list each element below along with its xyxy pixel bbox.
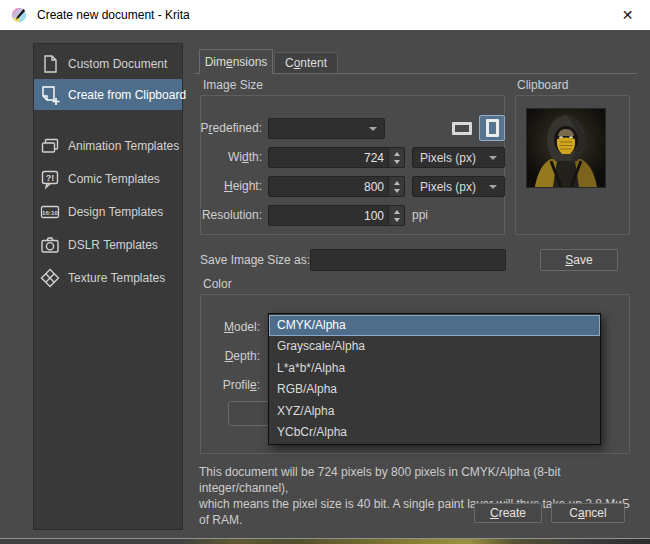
sidebar-item-comic-templates[interactable]: ?! Comic Templates (34, 163, 182, 194)
depth-label: Depth: (200, 346, 263, 367)
spin-up-icon[interactable] (394, 152, 400, 156)
spin-up-icon[interactable] (394, 181, 400, 185)
label-part: P (201, 121, 209, 135)
sidebar-item-texture-templates[interactable]: Texture Templates (34, 262, 182, 293)
svg-text:16:10: 16:10 (42, 208, 58, 215)
clipboard-group-label: Clipboard (517, 78, 568, 92)
label-part: epth: (233, 349, 260, 363)
sidebar-item-label: Animation Templates (68, 139, 179, 153)
sidebar-item-design-templates[interactable]: 16:10 Design Templates (34, 196, 182, 227)
sidebar-item-label: Design Templates (68, 205, 163, 219)
spin-up-icon[interactable] (394, 210, 400, 214)
label-part: e (250, 378, 257, 392)
tab-dimensions[interactable]: Dimensions (199, 49, 273, 74)
predefined-select[interactable] (268, 118, 385, 139)
save-image-size-input[interactable] (310, 249, 506, 271)
label-part: D (225, 349, 234, 363)
label-part: th: (249, 150, 262, 164)
texture-diamond-icon (39, 267, 61, 289)
portrait-orientation-button[interactable] (479, 115, 505, 141)
label-part: odel: (234, 320, 260, 334)
resolution-label: Resolution: (200, 205, 265, 226)
label-part: o (294, 56, 301, 70)
width-input[interactable] (269, 148, 388, 167)
label-part: eight: (233, 179, 262, 193)
cancel-button[interactable]: Cancel (551, 503, 625, 523)
tab-content[interactable]: Content (274, 52, 338, 73)
height-input[interactable] (269, 177, 388, 196)
sidebar-item-label: Custom Document (68, 57, 167, 71)
color-model-dropdown: CMYK/Alpha Grayscale/Alpha L*a*b*/Alpha … (268, 313, 601, 445)
sidebar-item-label: Texture Templates (68, 271, 165, 285)
label-part: : (257, 378, 260, 392)
label-part: ncel (585, 506, 607, 520)
label-part: ave (573, 253, 592, 267)
label-part: C (569, 506, 578, 520)
dropdown-option-grayscale[interactable]: Grayscale/Alpha (269, 336, 600, 357)
krita-logo-icon (11, 7, 27, 23)
width-spin-buttons[interactable] (388, 148, 404, 167)
aspect-ratio-icon: 16:10 (39, 201, 61, 223)
label-part: reate (499, 506, 526, 520)
label-part: e (226, 55, 233, 69)
save-image-size-label: Save Image Size as: (200, 249, 310, 271)
label-part: edefined: (213, 121, 262, 135)
color-group-label: Color (203, 277, 232, 291)
close-button[interactable]: ✕ (605, 0, 650, 30)
resolution-spinbox (268, 205, 405, 226)
dropdown-option-rgb[interactable]: RGB/Alpha (269, 379, 600, 400)
sidebar-item-label: DSLR Templates (68, 238, 158, 252)
spin-down-icon[interactable] (394, 160, 400, 164)
label-part: C (285, 56, 294, 70)
portrait-icon (486, 119, 499, 137)
krita-new-document-window: Create new document - Krita ✕ Custom Doc… (0, 0, 650, 544)
svg-text:?!: ?! (46, 172, 55, 182)
label-part: S (565, 253, 573, 267)
sidebar-item-create-from-clipboard[interactable]: Create from Clipboard (34, 79, 182, 110)
label-part: C (490, 506, 499, 520)
spin-down-icon[interactable] (394, 189, 400, 193)
save-button[interactable]: Save (540, 249, 618, 271)
label-part: H (224, 179, 233, 193)
label-part: a (578, 506, 585, 520)
landscape-icon (452, 122, 472, 135)
resolution-input[interactable] (269, 206, 388, 225)
animation-frames-icon (39, 135, 61, 157)
sidebar-item-label: Comic Templates (68, 172, 160, 186)
sidebar-item-animation-templates[interactable]: Animation Templates (34, 130, 182, 161)
background-app-strip (0, 538, 650, 544)
width-spinbox (268, 147, 405, 168)
dropdown-option-cmyk[interactable]: CMYK/Alpha (269, 315, 600, 336)
resolution-spin-buttons[interactable] (388, 206, 404, 225)
chevron-down-icon (369, 127, 377, 131)
clipboard-preview-image (526, 108, 606, 188)
width-unit-select[interactable]: Pixels (px) (412, 147, 505, 168)
width-label: Width: (200, 147, 265, 168)
dropdown-option-lab[interactable]: L*a*b*/Alpha (269, 358, 600, 379)
sidebar-item-custom-document[interactable]: Custom Document (34, 48, 182, 79)
sidebar-item-label: Create from Clipboard (68, 88, 186, 102)
document-icon (39, 53, 61, 75)
summary-line-1: This document will be 724 pixels by 800 … (199, 464, 639, 496)
dialog-body: Custom Document Create from Clipboard (0, 30, 650, 538)
image-size-group-label: Image Size (203, 78, 263, 92)
resolution-unit-label: ppi (412, 205, 428, 226)
label-part: Profil (223, 378, 250, 392)
create-button[interactable]: Create (474, 503, 542, 523)
height-unit-value: Pixels (px) (413, 180, 489, 194)
height-spin-buttons[interactable] (388, 177, 404, 196)
template-sidebar: Custom Document Create from Clipboard (33, 43, 183, 530)
width-unit-value: Pixels (px) (413, 151, 489, 165)
dropdown-option-ycbcr[interactable]: YCbCr/Alpha (269, 422, 600, 443)
height-label: Height: (200, 176, 265, 197)
landscape-orientation-button[interactable] (449, 115, 475, 141)
spin-down-icon[interactable] (394, 218, 400, 222)
model-label: Model: (200, 317, 263, 338)
height-spinbox (268, 176, 405, 197)
sidebar-item-dslr-templates[interactable]: DSLR Templates (34, 229, 182, 260)
camera-icon (39, 234, 61, 256)
label-part: ntent (300, 56, 327, 70)
height-unit-select[interactable]: Pixels (px) (412, 176, 505, 197)
predefined-label: Predefined: (200, 118, 265, 139)
dropdown-option-xyz[interactable]: XYZ/Alpha (269, 401, 600, 422)
